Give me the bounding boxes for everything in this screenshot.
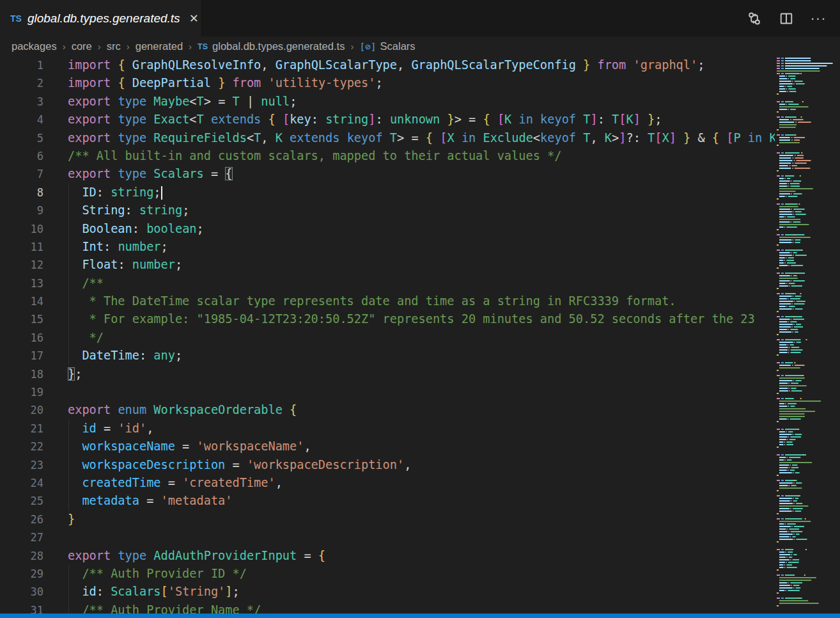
code-text: createdTime = 'createdTime', (68, 474, 283, 492)
line-number[interactable]: 6 (0, 147, 43, 165)
line-number[interactable]: 8 (0, 184, 43, 202)
line-number[interactable]: 10 (0, 220, 43, 238)
code-editor[interactable]: 1import { GraphQLResolveInfo, GraphQLSca… (0, 56, 840, 614)
code-text: import { GraphQLResolveInfo, GraphQLScal… (68, 56, 704, 74)
code-line[interactable]: 26} (0, 511, 775, 528)
code-line[interactable]: 11 Int: number; (0, 238, 775, 256)
line-number[interactable]: 1 (0, 56, 43, 74)
line-number[interactable]: 13 (0, 274, 43, 292)
typescript-file-icon: TS (198, 42, 208, 51)
code-line[interactable]: 8 ID: string; (0, 184, 775, 202)
code-line[interactable]: 27 (0, 528, 775, 546)
line-number[interactable]: 15 (0, 310, 43, 328)
minimap[interactable] (775, 56, 840, 614)
line-number[interactable]: 29 (0, 565, 43, 583)
line-number[interactable]: 18 (0, 365, 43, 383)
code-line[interactable]: 4export type Exact<T extends { [key: str… (0, 111, 775, 129)
breadcrumb-item-generated[interactable]: generated (136, 40, 183, 52)
code-line[interactable]: 14 * The DateTime scalar type represents… (0, 292, 775, 310)
split-editor-icon[interactable] (779, 11, 794, 26)
code-line[interactable]: 5export type RequireFields<T, K extends … (0, 129, 775, 147)
code-text: /** All built-in and custom scalars, map… (68, 147, 561, 165)
line-number[interactable]: 5 (0, 129, 43, 147)
code-line[interactable]: 25 metadata = 'metadata' (0, 492, 775, 510)
code-line[interactable]: 20export enum WorkspaceOrderable { (0, 401, 775, 419)
code-area[interactable]: 1import { GraphQLResolveInfo, GraphQLSca… (0, 56, 775, 614)
more-actions-icon[interactable]: ··· (811, 11, 826, 26)
breadcrumb-item-file[interactable]: global.db.types.generated.ts (212, 40, 345, 52)
code-line[interactable]: 1import { GraphQLResolveInfo, GraphQLSca… (0, 56, 775, 74)
line-number[interactable]: 25 (0, 492, 43, 510)
line-number[interactable]: 28 (0, 547, 43, 565)
line-number[interactable]: 31 (0, 601, 43, 614)
code-line[interactable]: 22 workspaceName = 'workspaceName', (0, 438, 775, 456)
code-line[interactable]: 23 workspaceDescription = 'workspaceDesc… (0, 456, 775, 474)
code-line[interactable]: 9 String: string; (0, 202, 775, 219)
breadcrumb-item-symbol[interactable]: Scalars (380, 40, 416, 52)
chevron-right-icon: › (98, 41, 101, 52)
code-text: String: string; (68, 202, 189, 219)
breadcrumb: packages›core›src›generated›TSglobal.db.… (0, 36, 840, 56)
code-text: ID: string; (68, 184, 162, 202)
code-line[interactable]: 10 Boolean: boolean; (0, 220, 775, 238)
code-line[interactable]: 12 Float: number; (0, 256, 775, 274)
code-text: export type Exact<T extends { [key: stri… (68, 111, 662, 129)
line-number[interactable]: 26 (0, 511, 43, 528)
code-text: id = 'id', (68, 420, 153, 438)
code-text: * The DateTime scalar type represents da… (68, 292, 676, 310)
line-number[interactable]: 30 (0, 583, 43, 601)
line-number[interactable]: 21 (0, 420, 43, 438)
line-number[interactable]: 24 (0, 474, 43, 492)
code-line[interactable]: 2import { DeepPartial } from 'utility-ty… (0, 74, 775, 92)
code-line[interactable]: 3export type Maybe<T> = T | null; (0, 93, 775, 111)
chevron-right-icon: › (189, 41, 192, 52)
breadcrumb-item-src[interactable]: src (107, 40, 121, 52)
code-text: workspaceName = 'workspaceName', (68, 438, 311, 456)
code-line[interactable]: 30 id: Scalars['String']; (0, 583, 775, 601)
code-text: /** (68, 274, 104, 292)
code-line[interactable]: 17 DateTime: any; (0, 347, 775, 365)
code-line[interactable]: 18}; (0, 365, 775, 383)
chevron-right-icon: › (63, 41, 66, 52)
code-line[interactable]: 7export type Scalars = { (0, 165, 775, 183)
line-number[interactable]: 17 (0, 347, 43, 365)
code-text: DateTime: any; (68, 347, 182, 365)
line-number[interactable]: 9 (0, 202, 43, 219)
chevron-right-icon: › (350, 41, 354, 52)
code-line[interactable]: 13 /** (0, 274, 775, 292)
tab-title: global.db.types.generated.ts (27, 12, 180, 26)
breadcrumb-item-core[interactable]: core (72, 40, 92, 52)
line-number[interactable]: 20 (0, 401, 43, 419)
line-number[interactable]: 7 (0, 165, 43, 183)
line-number[interactable]: 12 (0, 256, 43, 274)
line-number[interactable]: 22 (0, 438, 43, 456)
code-line[interactable]: 28export type AddAuthProviderInput = { (0, 547, 775, 565)
line-number[interactable]: 11 (0, 238, 43, 256)
code-text: export type AddAuthProviderInput = { (68, 547, 325, 565)
line-number[interactable]: 23 (0, 456, 43, 474)
code-line[interactable]: 21 id = 'id', (0, 420, 775, 438)
code-line[interactable]: 19 (0, 383, 775, 401)
line-number[interactable]: 4 (0, 111, 43, 129)
close-icon[interactable]: ✕ (189, 12, 199, 26)
code-line[interactable]: 16 */ (0, 329, 775, 347)
code-text: import { DeepPartial } from 'utility-typ… (68, 74, 383, 92)
line-number[interactable]: 27 (0, 528, 43, 546)
code-text: export type Scalars = { (68, 165, 233, 183)
code-line[interactable]: 15 * For example: "1985-04-12T23:20:50.5… (0, 310, 775, 328)
line-number[interactable]: 3 (0, 93, 43, 111)
chevron-right-icon: › (127, 41, 130, 52)
line-number[interactable]: 19 (0, 383, 43, 401)
tab-global-db-types[interactable]: TS global.db.types.generated.ts ✕ (0, 0, 202, 36)
breadcrumb-item-packages[interactable]: packages (12, 40, 57, 52)
open-changes-icon[interactable] (747, 11, 762, 26)
code-line[interactable]: 31 /** Auth Provider Name */ (0, 601, 775, 614)
code-text: export type Maybe<T> = T | null; (68, 93, 297, 111)
line-number[interactable]: 14 (0, 292, 43, 310)
line-number[interactable]: 2 (0, 74, 43, 92)
code-line[interactable]: 29 /** Auth Provider ID */ (0, 565, 775, 583)
code-line[interactable]: 6/** All built-in and custom scalars, ma… (0, 147, 775, 165)
code-line[interactable]: 24 createdTime = 'createdTime', (0, 474, 775, 492)
line-number[interactable]: 16 (0, 329, 43, 347)
code-text: Int: number; (68, 238, 168, 256)
